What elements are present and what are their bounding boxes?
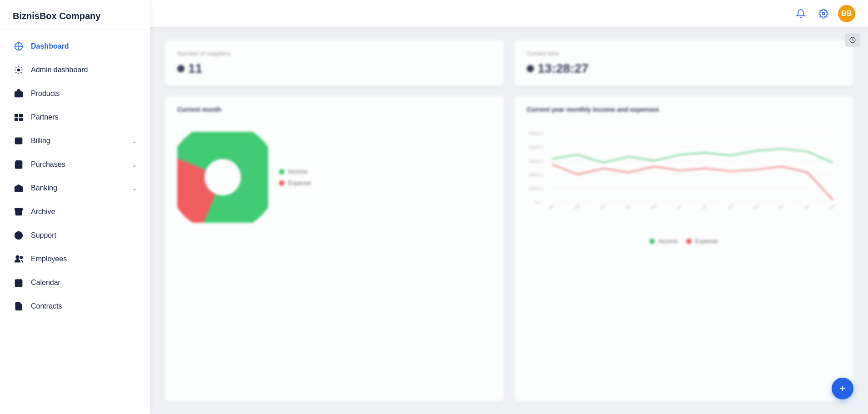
sidebar-item-employees-label: Employees: [31, 255, 137, 263]
sidebar-item-purchases[interactable]: Purchases ⌄: [0, 153, 150, 176]
svg-text:May: May: [650, 203, 658, 210]
sidebar-item-dashboard[interactable]: Dashboard: [0, 35, 150, 58]
sidebar-item-admin-label: Admin dashboard: [31, 66, 137, 74]
line-expense-dot: [686, 239, 692, 244]
svg-rect-10: [15, 114, 18, 117]
sidebar-item-products-label: Products: [31, 90, 137, 98]
sidebar-item-employees[interactable]: Employees: [0, 247, 150, 271]
pie-chart-title: Current month: [177, 106, 491, 113]
sidebar-item-partners-label: Partners: [31, 113, 137, 121]
svg-text:Dec: Dec: [828, 203, 836, 210]
line-expense-label: Expense: [695, 238, 718, 244]
brand-name: BiznisBox Company: [0, 0, 150, 30]
banking-chevron: ⌄: [132, 185, 137, 192]
legend-income-label: Income: [288, 168, 308, 175]
line-chart-legend: Income Expense: [527, 238, 841, 244]
svg-rect-33: [15, 279, 22, 286]
svg-text:0.0: 0.0: [534, 200, 540, 205]
notifications-icon[interactable]: [793, 5, 809, 22]
admin-icon: [13, 64, 25, 76]
settings-icon[interactable]: [815, 5, 832, 22]
sidebar-nav: Dashboard Admin dashboard: [0, 30, 150, 414]
partners-icon: [13, 111, 25, 123]
svg-text:10000.0: 10000.0: [529, 186, 543, 191]
line-legend-expense: Expense: [686, 238, 718, 244]
content-area: Number of suppliers 11 Current time 13:2…: [150, 27, 868, 414]
archive-icon: [13, 206, 25, 218]
stat-suppliers-value: 11: [177, 61, 491, 76]
svg-text:Mar: Mar: [599, 203, 606, 210]
purchases-icon: [13, 159, 25, 170]
legend-expense: Expense: [279, 180, 311, 186]
income-dot: [279, 169, 284, 175]
svg-text:40000.0: 40000.0: [529, 145, 543, 150]
charts-row: Current month Income: [165, 96, 853, 401]
svg-point-27: [17, 234, 20, 237]
svg-text:30000.0: 30000.0: [529, 159, 543, 164]
svg-point-42: [822, 12, 825, 15]
svg-point-32: [16, 256, 19, 259]
user-avatar[interactable]: BB: [838, 5, 855, 22]
products-icon: [13, 88, 25, 100]
line-legend-income: Income: [649, 238, 678, 244]
svg-point-1: [18, 45, 20, 48]
svg-rect-12: [15, 118, 18, 121]
sidebar-item-admin-dashboard[interactable]: Admin dashboard: [0, 58, 150, 82]
support-icon: [13, 229, 25, 241]
pie-chart: [177, 132, 268, 223]
sidebar-item-contracts-label: Contracts: [31, 302, 137, 310]
stat-card-suppliers: Number of suppliers 11: [165, 40, 504, 86]
svg-text:20000.0: 20000.0: [529, 173, 543, 177]
svg-text:Jul: Jul: [701, 204, 708, 210]
sidebar-item-purchases-label: Purchases: [31, 160, 130, 169]
pie-container: Income Expense: [177, 120, 491, 234]
stat-suppliers-title: Number of suppliers: [177, 50, 491, 57]
sidebar-item-support-label: Support: [31, 231, 137, 239]
sidebar-item-archive[interactable]: Archive: [0, 200, 150, 224]
pie-chart-card: Current month Income: [165, 96, 504, 401]
svg-rect-14: [15, 138, 22, 144]
fab-button[interactable]: +: [832, 378, 853, 399]
employees-icon: [13, 253, 25, 265]
svg-point-6: [18, 69, 20, 71]
purchases-chevron: ⌄: [132, 161, 137, 168]
legend-income: Income: [279, 168, 311, 175]
billing-chevron: ⌄: [132, 137, 137, 145]
sidebar-item-contracts[interactable]: Contracts: [0, 294, 150, 318]
sidebar-item-calendar[interactable]: Calendar: [0, 271, 150, 294]
line-chart-card: Current year monthly income and expenses…: [514, 96, 853, 401]
svg-rect-38: [18, 284, 19, 284]
sidebar-item-billing-label: Billing: [31, 137, 130, 145]
legend-expense-label: Expense: [288, 180, 311, 186]
line-chart-title: Current year monthly income and expenses: [527, 106, 841, 113]
svg-rect-13: [20, 118, 23, 121]
sidebar-item-partners[interactable]: Partners: [0, 105, 150, 129]
stat-time-title: Current time: [527, 50, 841, 57]
sidebar-item-support[interactable]: Support: [0, 224, 150, 247]
banking-icon: [13, 182, 25, 194]
svg-text:Feb: Feb: [574, 203, 581, 210]
svg-rect-24: [15, 209, 23, 210]
stats-row: Number of suppliers 11 Current time 13:2…: [165, 40, 853, 86]
svg-text:Apr: Apr: [624, 204, 631, 210]
line-income-label: Income: [658, 238, 678, 244]
svg-rect-39: [20, 284, 21, 284]
line-chart-svg: 50000.0 40000.0 30000.0 20000.0 10000.0 …: [527, 120, 841, 220]
svg-text:Aug: Aug: [727, 203, 734, 210]
svg-text:Jun: Jun: [676, 204, 683, 210]
stat-card-time: Current time 13:28:27: [514, 40, 853, 86]
sidebar-item-banking-label: Banking: [31, 184, 130, 192]
line-income-dot: [649, 239, 655, 244]
svg-text:Oct: Oct: [778, 203, 785, 210]
sidebar-item-billing[interactable]: Billing ⌄: [0, 129, 150, 153]
svg-text:Jan: Jan: [548, 204, 555, 210]
dashboard-icon: [13, 40, 25, 52]
sidebar-item-products[interactable]: Products: [0, 82, 150, 105]
main-area: BB Number of suppliers 11 Current time: [150, 0, 868, 414]
svg-rect-11: [20, 114, 23, 117]
panel-settings-icon[interactable]: [845, 33, 860, 47]
svg-text:Sep: Sep: [752, 203, 759, 210]
sidebar-item-banking[interactable]: Banking ⌄: [0, 176, 150, 200]
billing-icon: [13, 135, 25, 147]
svg-text:Nov: Nov: [803, 203, 810, 210]
